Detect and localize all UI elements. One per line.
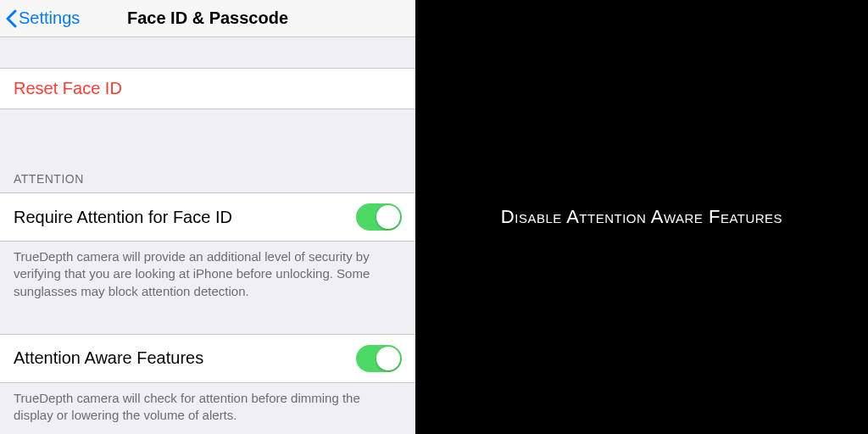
- spacer: [0, 37, 415, 68]
- spacer: [0, 109, 415, 172]
- page-title: Face ID & Passcode: [127, 8, 288, 28]
- caption-text: Disable Attention Aware Features: [501, 206, 782, 228]
- chevron-left-icon: [5, 9, 17, 28]
- spacer: [0, 300, 415, 334]
- attention-aware-footer: TrueDepth camera will check for attentio…: [0, 383, 415, 425]
- reset-face-id-label: Reset Face ID: [14, 79, 122, 98]
- require-attention-row: Require Attention for Face ID: [0, 192, 415, 242]
- attention-aware-row: Attention Aware Features: [0, 334, 415, 383]
- require-attention-toggle[interactable]: [356, 203, 402, 231]
- settings-pane: Settings Face ID & Passcode Reset Face I…: [0, 0, 415, 434]
- caption-pane: Disable Attention Aware Features: [415, 0, 868, 434]
- nav-header: Settings Face ID & Passcode: [0, 0, 415, 37]
- reset-face-id-row[interactable]: Reset Face ID: [0, 68, 415, 109]
- back-button[interactable]: Settings: [0, 8, 80, 28]
- attention-aware-toggle[interactable]: [356, 345, 402, 372]
- require-attention-label: Require Attention for Face ID: [14, 208, 232, 227]
- back-label: Settings: [19, 8, 80, 28]
- attention-section-header: ATTENTION: [0, 172, 415, 192]
- attention-aware-label: Attention Aware Features: [14, 348, 203, 368]
- require-attention-footer: TrueDepth camera will provide an additio…: [0, 242, 415, 300]
